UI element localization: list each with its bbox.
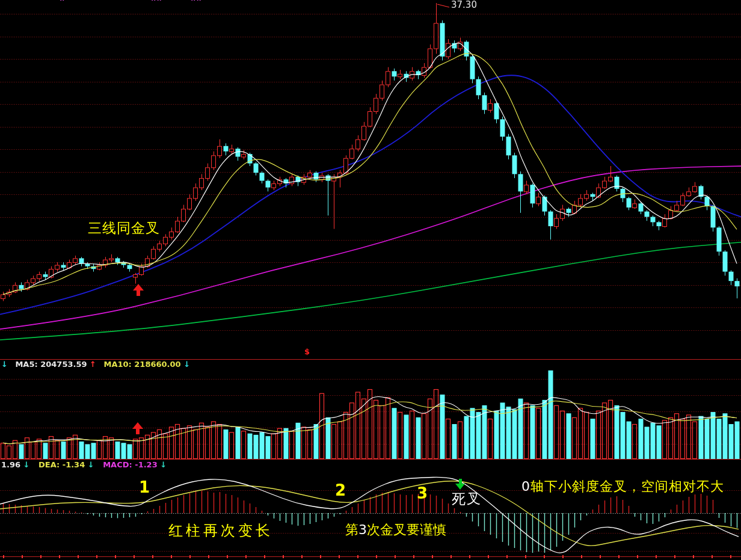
arrow-head <box>132 422 143 429</box>
buy-signal-up-arrow-icon <box>133 284 144 296</box>
arrow-head <box>455 484 465 490</box>
arrow-stem <box>136 429 140 434</box>
golden-cross-number-3: 3 <box>417 485 428 501</box>
dividend-marker-icon: $ <box>304 348 310 355</box>
top-marker-icon: ^^ <box>191 0 202 5</box>
chart-canvas[interactable] <box>0 0 741 560</box>
golden-cross-number-1: 1 <box>139 479 150 495</box>
dea-down-arrow-icon: ↓ <box>88 460 94 469</box>
macd-header: 1.96 ↓ DEA: -1.34 ↓ MACD: -1.23 ↓ <box>1 461 167 469</box>
price-peak-label: 37.30 <box>451 1 477 10</box>
stock-chart-window: ^ ^^ ^^ 37.30 三线同金叉 $ ↓ MA5: 204753.59 ↑… <box>0 0 741 560</box>
zero-axis-golden-cross-note: 0轴下小斜度金叉，空间相对不大 <box>521 480 724 493</box>
ma5-up-arrow-icon: ↑ <box>90 360 96 369</box>
volume-ma5-value: MA5: 204753.59 <box>15 360 87 369</box>
panel-down-arrow-icon: ↓ <box>1 360 8 369</box>
arrow-stem <box>137 291 140 296</box>
red-bars-lengthen-note: 红柱再次变长 <box>168 523 273 538</box>
arrow-stem <box>459 479 462 484</box>
dif-value: 1.96 <box>1 460 20 469</box>
third-note-pre: 第 <box>345 522 358 537</box>
ma10-down-arrow-icon: ↓ <box>183 360 190 369</box>
zero-axis-text: 轴下小斜度金叉，空间相对不大 <box>530 479 724 494</box>
top-marker-icon: ^ <box>60 0 65 5</box>
top-marker-icon: ^^ <box>151 0 162 5</box>
golden-cross-number-2: 2 <box>335 482 346 498</box>
third-note-number: 3 <box>358 522 367 537</box>
death-cross-down-arrow-icon <box>455 479 465 490</box>
macd-value: MACD: -1.23 <box>103 460 158 469</box>
dif-down-arrow-icon: ↓ <box>23 460 30 469</box>
third-golden-cross-caution-note: 第3次金叉要谨慎 <box>345 523 446 537</box>
arrow-head <box>133 284 144 291</box>
volume-ma10-value: MA10: 218660.00 <box>103 360 180 369</box>
three-line-golden-cross-note: 三线同金叉 <box>88 221 160 235</box>
dea-value: DEA: -1.34 <box>38 460 85 469</box>
death-cross-note: 死叉 <box>452 492 482 506</box>
macd-down-arrow-icon: ↓ <box>160 460 167 469</box>
volume-up-arrow-icon <box>132 422 143 434</box>
zero-axis-number: 0 <box>521 479 530 494</box>
volume-ma-header: ↓ MA5: 204753.59 ↑ MA10: 218660.00 ↓ <box>1 360 190 368</box>
third-note-rest: 次金叉要谨慎 <box>367 522 446 537</box>
